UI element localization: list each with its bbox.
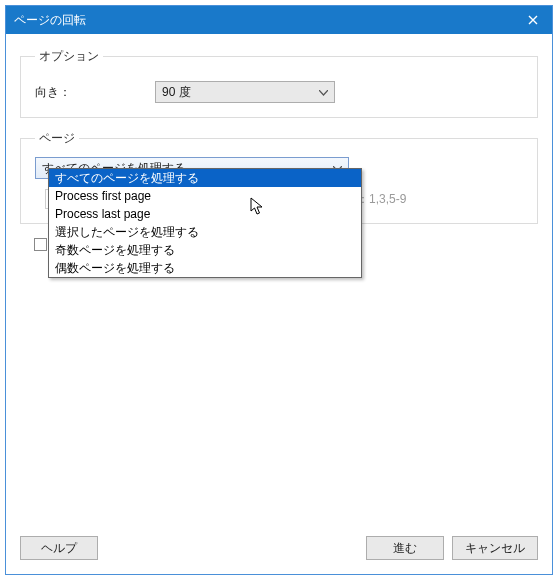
ok-button[interactable]: 進む — [366, 536, 444, 560]
group-pages: ページ すべてのページを処理する 例：1,3,5-9 すべてのページを処理する … — [20, 130, 538, 224]
orientation-select[interactable]: 90 度 — [155, 81, 335, 103]
checkbox-icon[interactable] — [34, 238, 47, 251]
dialog-body: オプション 向き： 90 度 ページ すべてのページを処理する — [6, 34, 552, 526]
close-icon — [528, 15, 538, 25]
dialog-rotate-pages: ページの回転 オプション 向き： 90 度 ページ すべてのページを処理する — [5, 5, 553, 575]
pages-option[interactable]: 奇数ページを処理する — [49, 241, 361, 259]
titlebar[interactable]: ページの回転 — [6, 6, 552, 34]
pages-option[interactable]: すべてのページを処理する — [49, 169, 361, 187]
cancel-button[interactable]: キャンセル — [452, 536, 538, 560]
pages-dropdown[interactable]: すべてのページを処理する Process first page Process … — [48, 168, 362, 278]
orientation-value: 90 度 — [162, 84, 191, 101]
pages-option[interactable]: Process last page — [49, 205, 361, 223]
pages-option[interactable]: 偶数ページを処理する — [49, 259, 361, 277]
pages-option[interactable]: Process first page — [49, 187, 361, 205]
help-button[interactable]: ヘルプ — [20, 536, 98, 560]
orientation-label: 向き： — [35, 84, 155, 101]
pages-option[interactable]: 選択したページを処理する — [49, 223, 361, 241]
group-options-legend: オプション — [35, 48, 103, 65]
group-options: オプション 向き： 90 度 — [20, 48, 538, 118]
chevron-down-icon — [319, 85, 328, 99]
window-title: ページの回転 — [14, 12, 522, 29]
dialog-footer: ヘルプ 進む キャンセル — [6, 526, 552, 574]
close-button[interactable] — [522, 9, 544, 31]
group-pages-legend: ページ — [35, 130, 79, 147]
